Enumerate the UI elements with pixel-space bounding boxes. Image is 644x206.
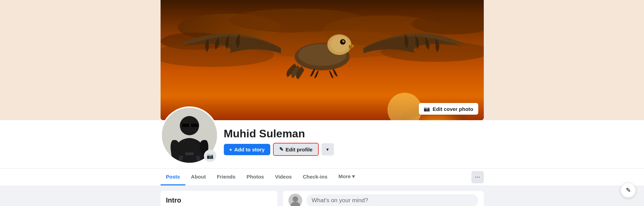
profile-nav: Posts About Friends Photos Videos Check-… [161, 169, 361, 185]
tab-about[interactable]: About [185, 169, 211, 185]
bottom-content: Intro What's on your mind? [161, 191, 484, 206]
profile-actions: + Add to story ✎ Edit profile ▾ [224, 143, 484, 160]
edit-box-icon: ✎ [626, 186, 631, 194]
cover-photo [161, 0, 484, 120]
profile-content: 📷 Muhid Suleman + Add to story ✎ Edit pr… [161, 120, 484, 168]
cover-container: 📷 Edit cover photo [161, 0, 484, 120]
floating-edit-button[interactable]: ✎ [621, 183, 636, 198]
bottom-section: Intro What's on your mind? [0, 185, 644, 206]
edit-cover-photo-label: Edit cover photo [433, 106, 473, 112]
svg-rect-21 [191, 124, 198, 127]
tab-more[interactable]: More ▾ [333, 169, 360, 185]
tab-friends[interactable]: Friends [211, 169, 241, 185]
intro-title: Intro [166, 196, 272, 204]
avatar-wrapper: 📷 [161, 106, 218, 164]
post-area: What's on your mind? [283, 191, 484, 206]
post-avatar [288, 194, 302, 206]
svg-rect-23 [185, 152, 194, 155]
post-avatar-svg [288, 194, 302, 206]
tab-checkins[interactable]: Check-ins [297, 169, 333, 185]
cover-svg [161, 0, 484, 120]
chevron-down-icon: ▾ [326, 147, 329, 152]
edit-profile-button[interactable]: ✎ Edit profile [273, 143, 319, 156]
add-to-story-label: Add to story [234, 147, 264, 152]
left-fade [0, 0, 103, 120]
post-box: What's on your mind? [283, 191, 484, 206]
add-to-story-button[interactable]: + Add to story [224, 144, 270, 155]
nav-more-dots-button[interactable]: ··· [471, 171, 484, 183]
intro-card: Intro [161, 191, 277, 206]
nav-section: Posts About Friends Photos Videos Check-… [0, 168, 644, 185]
pencil-icon: ✎ [279, 146, 284, 152]
tab-photos[interactable]: Photos [241, 169, 270, 185]
svg-point-25 [293, 196, 298, 202]
avatar-camera-button[interactable]: 📷 [204, 150, 216, 162]
cover-section: 📷 Edit cover photo [0, 0, 644, 120]
three-dots-icon: ··· [475, 173, 480, 181]
edit-profile-label: Edit profile [286, 147, 313, 152]
profile-name: Muhid Suleman [224, 127, 484, 140]
camera-icon: 📷 [424, 106, 430, 112]
svg-rect-20 [182, 124, 189, 127]
tab-videos[interactable]: Videos [270, 169, 297, 185]
right-fade [541, 0, 644, 120]
tab-posts[interactable]: Posts [161, 169, 186, 185]
profile-dropdown-button[interactable]: ▾ [321, 143, 334, 156]
svg-point-17 [343, 41, 344, 42]
page-wrapper: 📷 Edit cover photo [0, 0, 644, 206]
plus-icon: + [229, 147, 232, 152]
nav-content: Posts About Friends Photos Videos Check-… [161, 169, 484, 185]
svg-point-14 [330, 36, 350, 52]
camera-icon: 📷 [207, 153, 214, 159]
edit-cover-photo-button[interactable]: 📷 Edit cover photo [419, 103, 478, 115]
post-placeholder[interactable]: What's on your mind? [306, 194, 478, 206]
profile-section: 📷 Muhid Suleman + Add to story ✎ Edit pr… [0, 120, 644, 168]
profile-info-row: 📷 Muhid Suleman + Add to story ✎ Edit pr… [161, 120, 484, 168]
